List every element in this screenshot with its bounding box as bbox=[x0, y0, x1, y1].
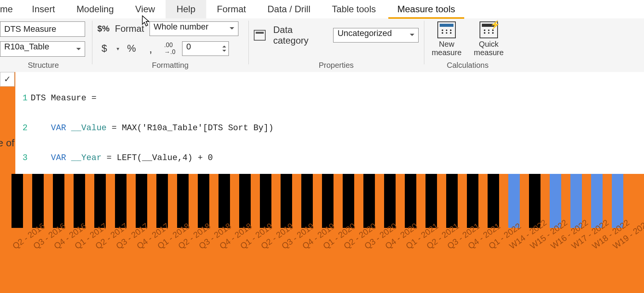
check-icon: ✓ bbox=[4, 74, 11, 84]
bar[interactable] bbox=[177, 174, 189, 228]
bar[interactable] bbox=[405, 174, 416, 228]
data-category-icon bbox=[254, 30, 266, 41]
bar[interactable] bbox=[322, 174, 334, 228]
ribbon: R10a_Table Structure $% Format Whole num… bbox=[0, 18, 644, 72]
bar[interactable] bbox=[508, 174, 520, 228]
bar[interactable] bbox=[467, 174, 478, 228]
bar[interactable] bbox=[301, 174, 313, 228]
format-icon: $% bbox=[97, 24, 110, 34]
formula-bar[interactable]: 1 2 3 4 5 6 7 8 9 10 DTS Measure = VAR _… bbox=[15, 72, 644, 174]
bar[interactable] bbox=[612, 174, 623, 228]
data-category-label: Data category bbox=[273, 25, 328, 46]
decimals-input[interactable]: 0 bbox=[182, 41, 229, 56]
currency-button[interactable]: $ bbox=[97, 42, 111, 56]
axis-title-fragment: e of bbox=[0, 137, 14, 149]
measure-name-input[interactable] bbox=[0, 21, 85, 37]
formula-code[interactable]: DTS Measure = VAR __Value = MAX('R10a_Ta… bbox=[31, 74, 644, 174]
bar[interactable] bbox=[591, 174, 603, 228]
bar[interactable] bbox=[198, 174, 209, 228]
group-formatting-label: Formatting bbox=[97, 61, 243, 71]
bar[interactable] bbox=[136, 174, 147, 228]
report-canvas: ✓ e of 1 2 3 4 5 6 7 8 9 10 DTS Measure … bbox=[0, 72, 644, 293]
commit-formula-button[interactable]: ✓ bbox=[0, 72, 15, 87]
bar[interactable] bbox=[529, 174, 540, 228]
bar[interactable] bbox=[343, 174, 354, 228]
tab-modeling[interactable]: Modeling bbox=[66, 0, 124, 18]
format-select[interactable]: Whole number bbox=[150, 21, 238, 36]
thousands-button[interactable]: ‚ bbox=[144, 42, 158, 56]
group-calculations-label: Calculations bbox=[429, 61, 506, 71]
bar[interactable] bbox=[260, 174, 271, 228]
bar[interactable] bbox=[94, 174, 106, 228]
bar[interactable] bbox=[426, 174, 437, 228]
percent-button[interactable]: % bbox=[125, 42, 138, 56]
lightning-icon: ⚡ bbox=[490, 20, 500, 30]
tab-view[interactable]: View bbox=[125, 0, 166, 18]
tab-table-tools[interactable]: Table tools bbox=[321, 0, 387, 18]
calculator-icon: ⚡ bbox=[480, 21, 498, 38]
bar[interactable] bbox=[363, 174, 375, 228]
tab-format[interactable]: Format bbox=[206, 0, 257, 18]
bar-chart[interactable]: Q2 - 2016Q3 - 2016Q4 - 2016Q1 - 2017Q2 -… bbox=[12, 174, 644, 293]
tab-insert[interactable]: Insert bbox=[21, 0, 66, 18]
line-gutter: 1 2 3 4 5 6 7 8 9 10 bbox=[15, 72, 30, 174]
tab-data-drill[interactable]: Data / Drill bbox=[257, 0, 321, 18]
bar[interactable] bbox=[446, 174, 458, 228]
group-properties-label: Properties bbox=[254, 61, 419, 71]
bar[interactable] bbox=[570, 174, 582, 228]
home-table-select[interactable]: R10a_Table bbox=[0, 41, 85, 57]
bar[interactable] bbox=[384, 174, 396, 228]
bar[interactable] bbox=[219, 174, 230, 228]
group-structure-label: Structure bbox=[0, 61, 87, 71]
ribbon-tabs: me Insert Modeling View Help Format Data… bbox=[0, 0, 644, 18]
data-category-select[interactable]: Uncategorized bbox=[333, 28, 419, 43]
bar[interactable] bbox=[32, 174, 44, 228]
format-label: Format bbox=[115, 23, 144, 34]
bar[interactable] bbox=[115, 174, 127, 228]
bar[interactable] bbox=[488, 174, 499, 228]
tab-home[interactable]: me bbox=[0, 0, 21, 18]
decimal-shift-button[interactable]: .00→.0 bbox=[163, 42, 177, 56]
bar[interactable] bbox=[281, 174, 292, 228]
bar[interactable] bbox=[12, 174, 23, 228]
tab-measure-tools[interactable]: Measure tools bbox=[387, 0, 466, 18]
tab-help[interactable]: Help bbox=[166, 0, 206, 18]
bar[interactable] bbox=[53, 174, 64, 228]
decimals-spinner[interactable] bbox=[221, 43, 228, 55]
calculator-icon bbox=[437, 21, 456, 38]
new-measure-button[interactable]: New measure bbox=[429, 21, 464, 57]
bar[interactable] bbox=[550, 174, 561, 228]
bar[interactable] bbox=[239, 174, 251, 228]
quick-measure-button[interactable]: ⚡ Quick measure bbox=[472, 21, 506, 57]
bar[interactable] bbox=[156, 174, 168, 228]
bar[interactable] bbox=[74, 174, 85, 228]
